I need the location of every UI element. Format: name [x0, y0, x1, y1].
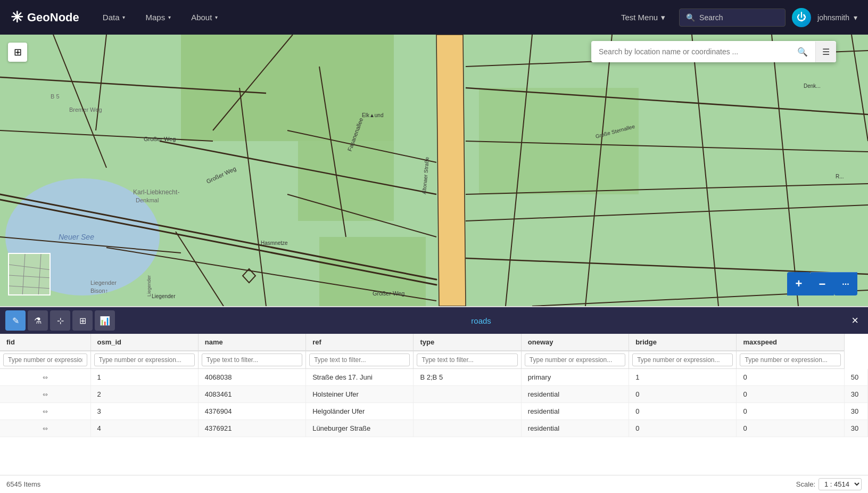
cell-ref: B 2;B 5 — [414, 369, 521, 386]
location-search-button[interactable]: 🔍 — [790, 42, 815, 62]
filter-fid[interactable] — [0, 351, 90, 369]
scale-label: Scale: — [796, 480, 815, 488]
cell-type: residential — [521, 420, 629, 437]
close-table-button[interactable]: × — [847, 311, 863, 330]
col-header-name[interactable]: name — [198, 334, 305, 351]
draw-tool-button[interactable]: ✎ — [5, 310, 26, 331]
map-layers-button[interactable]: ⊞ — [8, 43, 27, 62]
row-select-icon[interactable]: ⇔ — [43, 374, 48, 381]
maps-chevron-icon: ▾ — [168, 14, 171, 20]
filter-bridge-input[interactable] — [632, 354, 733, 366]
svg-text:Liegender: Liegender — [90, 280, 117, 286]
cell-maxspeed: 50 — [844, 369, 867, 386]
cell-name: Lüneburger Straße — [306, 420, 414, 437]
user-icon[interactable]: ⏻ — [792, 8, 811, 27]
filter-oneway[interactable] — [521, 351, 629, 369]
nav-data[interactable]: Data ▾ — [95, 9, 133, 26]
table-body: ⇔14068038Straße des 17. JuniB 2;B 5prima… — [0, 369, 868, 437]
row-select-icon[interactable]: ⇔ — [43, 425, 48, 432]
navbar: ✳ GeoNode Data ▾ Maps ▾ About ▾ Test Men… — [0, 0, 868, 35]
filter-tool-button[interactable]: ⚗ — [28, 310, 48, 331]
cell-type: primary — [521, 369, 629, 386]
cell-bridge: 0 — [737, 420, 844, 437]
user-menu[interactable]: johnsmith ▾ — [817, 13, 857, 22]
attribute-table-toolbar: ✎ ⚗ ⊹ ⊞ 📊 roads × — [0, 307, 868, 334]
cell-fid: 2 — [90, 386, 198, 403]
cell-ref — [414, 403, 521, 420]
zoom-options-button[interactable]: ··· — [834, 272, 857, 295]
filter-osm_id-input[interactable] — [94, 354, 195, 366]
svg-text:Hasmnetze: Hasmnetze — [261, 240, 288, 246]
scale-select[interactable]: 1 : 4514 — [819, 478, 862, 490]
filter-ref[interactable] — [306, 351, 414, 369]
svg-rect-4 — [298, 141, 394, 221]
brand-name: GeoNode — [27, 11, 79, 24]
about-chevron-icon: ▾ — [215, 14, 218, 20]
filter-ref-input[interactable] — [309, 354, 410, 366]
col-header-bridge[interactable]: bridge — [629, 334, 737, 351]
row-select-icon[interactable]: ⇔ — [43, 391, 48, 398]
svg-text:Bremer Weg: Bremer Weg — [69, 106, 102, 113]
svg-text:Elk▲und: Elk▲und — [362, 112, 383, 118]
attribute-table-wrapper[interactable]: fid osm_id name ref type oneway bridge m… — [0, 334, 868, 475]
test-menu-button[interactable]: Test Menu ▾ — [614, 9, 673, 27]
layer-title: roads — [117, 316, 845, 325]
location-search-input[interactable] — [591, 41, 790, 62]
filter-osm_id[interactable] — [90, 351, 198, 369]
filter-type-input[interactable] — [417, 354, 517, 366]
svg-marker-13 — [436, 35, 466, 306]
table-row: ⇔44376921Lüneburger Straßeresidential003… — [0, 420, 868, 437]
cell-fid: 4 — [90, 420, 198, 437]
zoom-controls: + − ··· — [787, 272, 857, 295]
cell-osm_id: 4083461 — [198, 386, 305, 403]
user-chevron-icon: ▾ — [854, 13, 857, 22]
cell-maxspeed: 30 — [844, 403, 867, 420]
select-tool-button[interactable]: ⊹ — [50, 310, 70, 331]
zoom-out-button[interactable]: − — [811, 272, 834, 295]
col-header-type[interactable]: type — [414, 334, 521, 351]
col-header-fid[interactable]: fid — [0, 334, 90, 351]
svg-text:Großer Weg: Großer Weg — [373, 290, 404, 297]
nav-search-bar[interactable]: 🔍 Search — [679, 9, 786, 27]
filter-name[interactable] — [198, 351, 305, 369]
svg-text:Denk...: Denk... — [804, 83, 821, 89]
col-header-oneway[interactable]: oneway — [521, 334, 629, 351]
cell-osm_id: 4068038 — [198, 369, 305, 386]
cell-type: residential — [521, 403, 629, 420]
cell-name: Helgoländer Ufer — [306, 403, 414, 420]
nav-maps[interactable]: Maps ▾ — [138, 9, 178, 26]
col-header-maxspeed[interactable]: maxspeed — [737, 334, 844, 351]
row-icon-cell: ⇔ — [0, 386, 90, 403]
nav-about[interactable]: About ▾ — [184, 9, 225, 26]
svg-text:Neuer See: Neuer See — [59, 233, 94, 241]
table-status-bar: 6545 Items Scale: 1 : 4514 — [0, 475, 868, 493]
filter-maxspeed-input[interactable] — [740, 354, 840, 366]
nav-search-icon: 🔍 — [686, 13, 695, 22]
chart-tool-button[interactable]: 📊 — [95, 310, 115, 331]
attribute-table: fid osm_id name ref type oneway bridge m… — [0, 334, 868, 437]
navbar-right: Test Menu ▾ 🔍 Search ⏻ johnsmith ▾ — [614, 8, 857, 27]
col-header-osm_id[interactable]: osm_id — [90, 334, 198, 351]
brand-logo[interactable]: ✳ GeoNode — [11, 9, 79, 26]
row-icon-cell: ⇔ — [0, 403, 90, 420]
filter-bridge[interactable] — [629, 351, 737, 369]
map-container: Neuer See Liegender Bison↑ Karl-Liebknec… — [0, 35, 868, 306]
location-search-menu-button[interactable]: ☰ — [815, 42, 836, 62]
filter-fid-input[interactable] — [3, 354, 87, 366]
svg-rect-6 — [479, 88, 639, 194]
cell-maxspeed: 30 — [844, 386, 867, 403]
zoom-in-button[interactable]: + — [787, 272, 811, 295]
svg-rect-54 — [9, 254, 51, 295]
row-select-icon[interactable]: ⇔ — [43, 408, 48, 415]
filter-oneway-input[interactable] — [525, 354, 625, 366]
calculate-tool-button[interactable]: ⊞ — [72, 310, 93, 331]
cell-ref — [414, 420, 521, 437]
col-header-ref[interactable]: ref — [306, 334, 414, 351]
svg-text:Denkmal: Denkmal — [136, 197, 159, 203]
filter-maxspeed[interactable] — [737, 351, 844, 369]
filter-type[interactable] — [414, 351, 521, 369]
map-minimap[interactable] — [8, 253, 51, 295]
filter-name-input[interactable] — [202, 354, 302, 366]
row-icon-cell: ⇔ — [0, 420, 90, 437]
cell-ref — [414, 386, 521, 403]
